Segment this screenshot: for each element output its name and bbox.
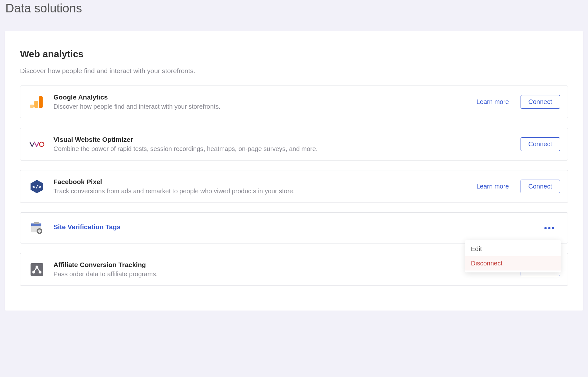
integration-description: Discover how people find and interact wi… [53,103,476,110]
svg-rect-2 [30,105,34,108]
vwo-icon [29,137,45,152]
integration-title: Affiliate Conversion Tracking [53,261,476,269]
section-description: Discover how people find and interact wi… [20,67,568,75]
page-title: Data solutions [5,0,583,31]
svg-rect-8 [34,222,39,224]
svg-rect-0 [39,96,43,108]
integration-title-link[interactable]: Site Verification Tags [53,223,542,231]
connect-button[interactable]: Connect [521,180,560,193]
web-analytics-card: Web analytics Discover how people find a… [5,31,583,311]
integration-body: Facebook Pixel Track conversions from ad… [53,178,476,195]
learn-more-link[interactable]: Learn more [476,183,509,190]
section-title: Web analytics [20,49,568,59]
dropdown-disconnect[interactable]: Disconnect [465,256,561,271]
google-analytics-icon [29,94,45,110]
integration-row-facebook-pixel: </> Facebook Pixel Track conversions fro… [20,170,568,203]
more-actions-button[interactable] [542,224,557,232]
svg-rect-1 [34,101,38,108]
dropdown-edit[interactable]: Edit [465,242,561,256]
integration-row-site-verification: Site Verification Tags Edit Disconnect [20,212,568,243]
connect-button[interactable]: Connect [521,137,560,151]
integration-title: Google Analytics [53,93,476,101]
svg-point-3 [39,142,44,147]
svg-rect-10 [31,263,43,276]
integration-body: Site Verification Tags [53,223,542,233]
actions-dropdown: Edit Disconnect [465,240,561,272]
learn-more-link[interactable]: Learn more [476,98,509,106]
connect-button[interactable]: Connect [521,95,560,109]
integration-title: Visual Website Optimizer [53,136,521,143]
integration-body: Visual Website Optimizer Combine the pow… [53,136,521,153]
facebook-pixel-icon: </> [29,179,45,194]
integration-description: Track conversions from ads and remarket … [53,188,476,195]
site-verification-icon [29,220,45,236]
integration-row-google-analytics: Google Analytics Discover how people fin… [20,86,568,118]
integration-description: Combine the power of rapid tests, sessio… [53,145,521,153]
integration-body: Affiliate Conversion Tracking Pass order… [53,261,476,278]
integration-row-vwo: Visual Website Optimizer Combine the pow… [20,128,568,161]
integration-body: Google Analytics Discover how people fin… [53,93,476,110]
svg-text:</>: </> [32,184,42,190]
integration-title: Facebook Pixel [53,178,476,186]
affiliate-icon [29,262,45,277]
integration-description: Pass order data to affiliate programs. [53,271,476,278]
